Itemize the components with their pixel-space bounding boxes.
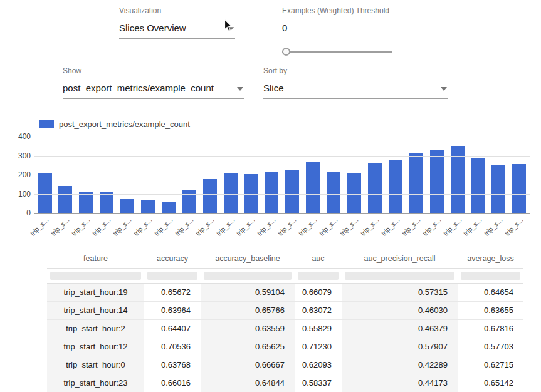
gridline: [34, 137, 530, 137]
column-header-average_loss[interactable]: average_loss: [458, 249, 523, 268]
bar[interactable]: [327, 172, 340, 213]
column-filter-box[interactable]: [50, 272, 141, 280]
metric-cell: 0.63559: [201, 319, 295, 338]
show-select[interactable]: post_export_metrics/example_count: [63, 80, 244, 99]
column-filter-box[interactable]: [204, 272, 292, 280]
bar[interactable]: [141, 200, 155, 213]
metric-cell: 0.44173: [342, 374, 458, 392]
column-filter-box[interactable]: [298, 272, 339, 280]
metric-cell: 0.62093: [295, 356, 342, 374]
metric-cell: 0.46030: [342, 301, 458, 319]
sort-by-value: Slice: [263, 83, 284, 93]
metric-cell: 0.65766: [201, 301, 295, 319]
filter-cell: [342, 268, 458, 283]
feature-cell: trip_start_hour:19: [47, 283, 144, 301]
table-row[interactable]: trip_start_hour:120.705360.656250.712300…: [47, 338, 523, 356]
filter-cell: [458, 268, 523, 283]
table-body: trip_start_hour:190.656720.591040.660790…: [47, 283, 523, 392]
metric-cell: 0.57315: [342, 283, 458, 301]
metric-cell: 0.57907: [342, 338, 458, 356]
column-header-auc_precision_recall[interactable]: auc_precision_recall: [342, 249, 458, 268]
gridline: [34, 194, 530, 195]
column-header-feature[interactable]: feature: [47, 249, 144, 268]
bar[interactable]: [162, 202, 176, 213]
legend-swatch: [39, 120, 54, 128]
visualization-select[interactable]: Slices Overview: [119, 19, 235, 39]
metric-cell: 0.70536: [144, 338, 201, 356]
x-axis-tick-label: trip_s...: [112, 216, 133, 237]
metric-cell: 0.57703: [458, 338, 523, 356]
column-header-accuracy_baseline[interactable]: accuracy_baseline: [201, 249, 295, 268]
threshold-control: Examples (Weighted) Threshold 0: [282, 6, 439, 56]
page: Visualization Slices Overview Examples (…: [0, 0, 541, 392]
bar[interactable]: [430, 150, 444, 213]
metric-cell: 0.63964: [144, 301, 201, 319]
filter-cell: [295, 268, 342, 283]
table-row[interactable]: trip_start_hour:140.639640.657660.630720…: [47, 301, 523, 319]
bar[interactable]: [100, 192, 113, 213]
metrics-table: featureaccuracyaccuracy_baselineaucauc_p…: [47, 249, 523, 392]
column-header-accuracy[interactable]: accuracy: [144, 249, 201, 268]
metric-cell: 0.64654: [458, 283, 523, 301]
visualization-control: Visualization Slices Overview: [119, 6, 235, 39]
bar[interactable]: [120, 199, 134, 213]
bar[interactable]: [512, 164, 526, 213]
x-axis-tick-label: trip_s...: [132, 216, 154, 237]
chevron-down-icon: [441, 87, 447, 91]
filter-cell: [144, 268, 201, 283]
sort-by-label: Sort by: [263, 66, 448, 75]
table-filter-row: [47, 268, 523, 283]
gridline: [34, 213, 530, 214]
metric-cell: 0.55829: [295, 319, 342, 338]
bar[interactable]: [285, 170, 299, 213]
x-axis-tick-label: trip_s...: [235, 216, 256, 237]
bar[interactable]: [265, 172, 278, 213]
column-filter-box[interactable]: [345, 272, 454, 280]
slider-track[interactable]: [282, 51, 392, 53]
bar[interactable]: [347, 173, 361, 213]
bar[interactable]: [306, 162, 320, 213]
x-axis-tick-label: trip_s...: [441, 216, 463, 237]
feature-cell: trip_start_hour:23: [47, 374, 144, 392]
bar[interactable]: [389, 160, 402, 213]
metric-cell: 0.62715: [458, 356, 523, 374]
column-filter-box[interactable]: [147, 272, 197, 280]
bar[interactable]: [203, 179, 217, 213]
threshold-label: Examples (Weighted) Threshold: [282, 6, 439, 15]
x-axis-tick-label: trip_s...: [297, 216, 318, 237]
bar[interactable]: [79, 192, 93, 213]
metric-cell: 0.71230: [295, 338, 342, 356]
feature-cell: trip_start_hour:12: [47, 338, 144, 356]
x-axis-tick-label: trip_s...: [400, 216, 421, 237]
visualization-label: Visualization: [119, 6, 235, 15]
bar[interactable]: [409, 153, 423, 213]
column-header-auc[interactable]: auc: [295, 249, 342, 268]
column-filter-box[interactable]: [461, 272, 520, 280]
table-row[interactable]: trip_start_hour:230.660160.648440.583370…: [47, 374, 523, 392]
metric-cell: 0.42289: [342, 356, 458, 374]
x-axis-tick-label: trip_s...: [152, 216, 174, 237]
sort-by-select[interactable]: Slice: [263, 80, 448, 99]
slider-knob[interactable]: [282, 48, 290, 56]
threshold-input[interactable]: 0: [282, 19, 439, 38]
y-axis-tick-label: 0: [8, 209, 31, 217]
x-axis-tick-label: trip_s...: [173, 216, 194, 237]
metric-cell: 0.67816: [458, 319, 523, 338]
threshold-slider[interactable]: [282, 48, 392, 56]
metric-cell: 0.46379: [342, 319, 458, 338]
x-axis-tick-label: trip_s...: [483, 216, 504, 237]
visualization-value: Slices Overview: [119, 23, 186, 33]
mouse-cursor-icon: [224, 19, 234, 33]
metric-cell: 0.64844: [201, 374, 295, 392]
table-row[interactable]: trip_start_hour:20.644070.635590.558290.…: [47, 319, 523, 338]
bar[interactable]: [368, 163, 382, 213]
table-row[interactable]: trip_start_hour:00.637680.666670.620930.…: [47, 356, 523, 374]
bar[interactable]: [58, 186, 72, 213]
feature-cell: trip_start_hour:0: [47, 356, 144, 374]
table-row[interactable]: trip_start_hour:190.656720.591040.660790…: [47, 283, 523, 301]
metric-cell: 0.65672: [144, 283, 201, 301]
metric-cell: 0.59104: [201, 283, 295, 301]
bar[interactable]: [491, 165, 505, 213]
bar[interactable]: [471, 158, 485, 213]
metric-cell: 0.63072: [295, 301, 342, 319]
